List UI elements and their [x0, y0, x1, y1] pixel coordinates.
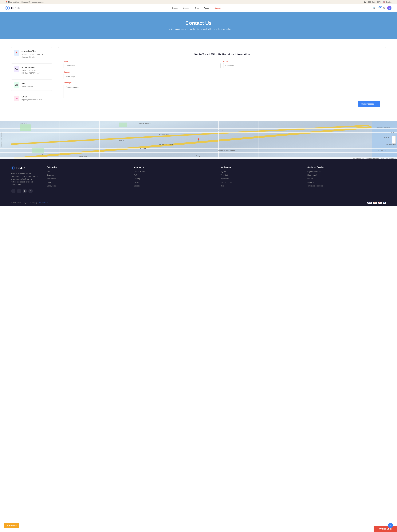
cs-payment-methods[interactable]: Payment Methods: [307, 171, 321, 173]
chevron-down-icon: ▾: [199, 7, 200, 9]
top-bar: 📍 Phoenix, USA ✉ support@themesbrand.com…: [0, 0, 397, 4]
cart-badge: 4: [379, 6, 382, 8]
language-selector[interactable]: 🇺🇸 English: [383, 1, 391, 3]
phone-title: Phone Number: [21, 66, 40, 68]
category-beauty[interactable]: Beauty Items: [47, 185, 56, 187]
info-tracking[interactable]: Tracking: [134, 181, 140, 183]
email-field-group: Email*: [223, 60, 380, 68]
contact-form-panel: Get In Touch With Us For More Informatio…: [58, 47, 386, 112]
footer-my-account: My Account Sign In View Cart My Wishlist…: [221, 166, 299, 193]
message-textarea[interactable]: [63, 85, 380, 99]
discover-badge: DISC: [373, 202, 378, 204]
theme-toggle-button[interactable]: ☀: [383, 6, 385, 10]
office-card: 📍 Our Main Office Brusneva Ul., bld. 8, …: [11, 47, 52, 61]
account-view-cart[interactable]: View Cart: [221, 174, 228, 176]
twitter-link[interactable]: t: [17, 189, 21, 193]
office-title: Our Main Office: [21, 50, 50, 52]
location-info: 📍 Phoenix, USA: [6, 1, 19, 3]
info-ordering[interactable]: Ordering: [134, 178, 140, 180]
zoom-out-button[interactable]: −: [392, 140, 396, 144]
hero-section: Contact Us Let's start something great t…: [0, 12, 397, 39]
pinterest-link[interactable]: P: [28, 189, 33, 193]
email-card-icon: ✉: [14, 96, 19, 101]
footer-information: Information Custom Service FAQs Ordering…: [134, 166, 212, 193]
zoom-in-button[interactable]: +: [392, 136, 396, 140]
phone-numbers: +(234) 12345 67890888-0123-4567 (Toll fr…: [21, 69, 40, 74]
email-card: ✉ Email support@themesbrand.com: [11, 93, 52, 104]
account-help[interactable]: Help: [221, 185, 224, 187]
nav-demos[interactable]: Demos ▾: [172, 7, 179, 9]
hero-title: Contact Us: [6, 20, 391, 26]
cs-returns[interactable]: Returns: [307, 178, 313, 180]
footer-logo: TONER: [11, 166, 39, 170]
logo-text: TONER: [11, 6, 20, 10]
themesbrand-link[interactable]: Themesbrand: [38, 202, 48, 204]
cs-terms[interactable]: Terms and conditions: [307, 185, 323, 187]
footer-customer-service: Customer Service Payment Methods Money-b…: [307, 166, 386, 193]
footer-brand: TONER Toner provides best fashion experi…: [11, 166, 39, 193]
fax-number: 1-234-567-8900: [21, 85, 33, 88]
chevron-down-icon: ▾: [210, 7, 210, 9]
main-nav: Demos ▾ Catalog ▾ Shop ▾ Pages ▾ Contact: [172, 7, 221, 9]
google-link[interactable]: G: [23, 189, 27, 193]
my-account-title: My Account: [221, 166, 299, 168]
footer: TONER Toner provides best fashion experi…: [0, 159, 397, 206]
phone-icon: 📞: [364, 1, 366, 3]
info-contacts[interactable]: Contacts: [134, 185, 140, 187]
map-section[interactable]: Gateway Apartments Cortlandt St Fulton S…: [0, 121, 397, 159]
header: TONER Demos ▾ Catalog ▾ Shop ▾ Pages ▾ C…: [0, 4, 397, 12]
arrow-icon: →: [375, 103, 377, 105]
info-custom-service[interactable]: Custom Service: [134, 171, 145, 173]
map-attribution: Keyboard shortcuts Map data ©2024 Google…: [0, 157, 397, 159]
nav-catalog[interactable]: Catalog ▾: [183, 7, 191, 9]
nav-contact[interactable]: Contact: [215, 7, 221, 9]
cs-shipping[interactable]: Shipping: [307, 181, 314, 183]
cs-money-back[interactable]: Money-back!: [307, 174, 317, 176]
subject-input[interactable]: [63, 74, 380, 79]
map-controls: + −: [392, 136, 396, 144]
logo[interactable]: TONER: [6, 6, 20, 10]
customer-service-title: Customer Service: [307, 166, 386, 168]
email-input[interactable]: [223, 63, 380, 68]
categories-title: Categories: [47, 166, 125, 168]
phone-info: 📞 +(235) 01234 5678: [364, 1, 381, 3]
info-faqs[interactable]: FAQs: [134, 174, 138, 176]
header-icons: 🔍 🛒 4 ☀ U: [372, 6, 391, 10]
account-sign-in[interactable]: Sign In: [221, 171, 226, 173]
chevron-down-icon: ▾: [190, 7, 191, 9]
footer-logo-text: TONER: [16, 167, 25, 169]
footer-logo-icon: [11, 166, 15, 170]
hero-subtitle: Let's start something great together. Ge…: [6, 28, 391, 31]
user-avatar[interactable]: U: [387, 6, 391, 10]
cart-button[interactable]: 🛒 4: [378, 6, 381, 10]
mastercard-badge: MC: [378, 202, 382, 204]
email-address: support@themesbrand.com: [21, 99, 42, 101]
nav-shop[interactable]: Shop ▾: [195, 7, 200, 9]
language-text: English: [386, 1, 391, 3]
location-icon: 📍: [6, 1, 8, 3]
category-jewellers[interactable]: Jewellers: [47, 174, 54, 176]
name-input[interactable]: [63, 63, 221, 68]
category-accessories[interactable]: Accessories: [47, 178, 56, 180]
category-men[interactable]: Men: [47, 171, 50, 173]
account-track-order[interactable]: Track My Order: [221, 181, 232, 183]
facebook-link[interactable]: f: [11, 189, 15, 193]
search-button[interactable]: 🔍: [372, 6, 376, 10]
map-marker: 📍: [196, 138, 201, 142]
fax-title: Fax: [21, 82, 33, 85]
name-field-group: Name*: [63, 60, 221, 68]
contact-info-panel: 📍 Our Main Office Brusneva Ul., bld. 8, …: [11, 47, 52, 112]
office-icon: 📍: [14, 50, 19, 56]
office-address: Brusneva Ul., bld. 8, appt. 34, Stavropo…: [21, 53, 50, 58]
account-wishlist[interactable]: My Wishlist: [221, 178, 229, 180]
nav-pages[interactable]: Pages ▾: [204, 7, 210, 9]
send-message-button[interactable]: Send Message →: [358, 101, 380, 107]
subject-label: Subject*: [63, 71, 380, 73]
chevron-down-icon: ▾: [178, 7, 179, 9]
contact-section: 📍 Our Main Office Brusneva Ul., bld. 8, …: [0, 39, 397, 121]
footer-description: Toner provides best fashion experience f…: [11, 172, 39, 186]
flag-icon: 🇺🇸: [383, 1, 385, 3]
category-clothing[interactable]: Clothing: [47, 181, 53, 183]
footer-social: f t G P: [11, 189, 39, 193]
name-label: Name*: [63, 60, 221, 62]
